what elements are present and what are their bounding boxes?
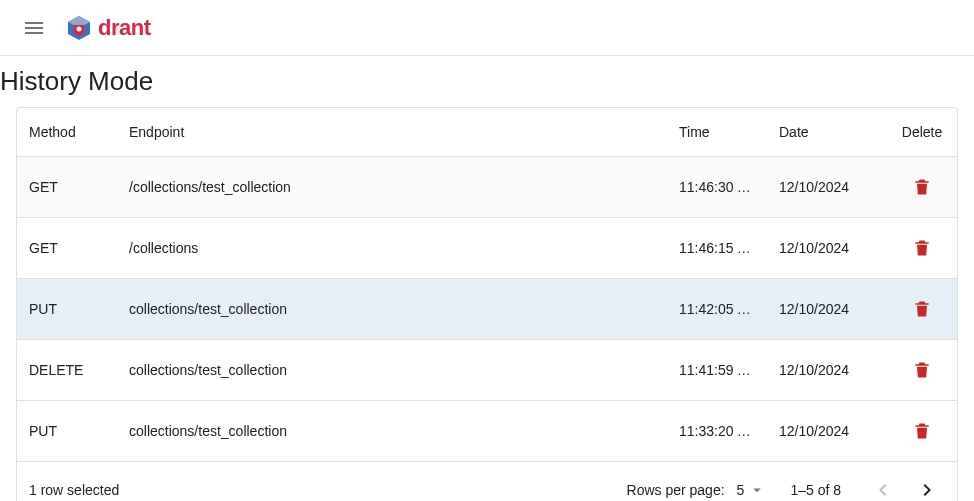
trash-icon [912,360,932,380]
caret-down-icon [748,481,766,499]
history-table-card: Method Endpoint Time Date Delete GET/col… [16,107,958,501]
table-row[interactable]: PUTcollections/test_collection11:42:05 A… [17,279,957,340]
col-header-date[interactable]: Date [767,108,887,157]
cell-delete [887,401,957,462]
pagination-nav [865,472,945,501]
rows-per-page: Rows per page: 5 [627,481,767,499]
delete-row-button[interactable] [908,295,936,323]
menu-button[interactable] [16,10,52,46]
table-header-row: Method Endpoint Time Date Delete [17,108,957,157]
history-table: Method Endpoint Time Date Delete GET/col… [17,108,957,462]
cell-method: DELETE [17,340,117,401]
cell-date: 12/10/2024 [767,218,887,279]
app-bar: drant [0,0,974,56]
trash-icon [912,299,932,319]
col-header-endpoint[interactable]: Endpoint [117,108,667,157]
cell-date: 12/10/2024 [767,157,887,218]
cell-endpoint: collections/test_collection [117,279,667,340]
cell-method: PUT [17,279,117,340]
delete-row-button[interactable] [908,417,936,445]
table-footer: 1 row selected Rows per page: 5 1–5 of 8 [17,462,957,501]
col-header-time[interactable]: Time [667,108,767,157]
next-page-button[interactable] [909,472,945,501]
trash-icon [912,421,932,441]
selection-status: 1 row selected [29,482,119,498]
delete-row-button[interactable] [908,356,936,384]
cell-method: GET [17,157,117,218]
col-header-method[interactable]: Method [17,108,117,157]
table-row[interactable]: GET/collections/test_collection11:46:30 … [17,157,957,218]
chevron-left-icon [871,478,895,501]
delete-row-button[interactable] [908,234,936,262]
delete-row-button[interactable] [908,173,936,201]
cell-endpoint: collections/test_collection [117,401,667,462]
trash-icon [912,177,932,197]
cell-delete [887,218,957,279]
col-header-delete: Delete [887,108,957,157]
table-row[interactable]: PUTcollections/test_collection11:33:20 A… [17,401,957,462]
chevron-right-icon [915,478,939,501]
table-row[interactable]: GET/collections11:46:15 A…12/10/2024 [17,218,957,279]
cell-method: GET [17,218,117,279]
cell-date: 12/10/2024 [767,401,887,462]
cell-date: 12/10/2024 [767,279,887,340]
svg-point-3 [77,26,82,31]
pagination: Rows per page: 5 1–5 of 8 [627,472,945,501]
cell-time: 11:46:30 A… [667,157,767,218]
cell-method: PUT [17,401,117,462]
cell-delete [887,157,957,218]
cell-time: 11:33:20 A… [667,401,767,462]
cell-delete [887,279,957,340]
hamburger-icon [22,16,46,40]
brand-logo[interactable]: drant [66,15,151,41]
cell-time: 11:41:59 A… [667,340,767,401]
cell-time: 11:42:05 A… [667,279,767,340]
prev-page-button[interactable] [865,472,901,501]
cell-date: 12/10/2024 [767,340,887,401]
page-title: History Mode [0,66,974,97]
brand-text: drant [98,15,151,41]
trash-icon [912,238,932,258]
cell-delete [887,340,957,401]
rows-per-page-label: Rows per page: [627,482,725,498]
rows-per-page-value: 5 [737,482,745,498]
cell-endpoint: /collections/test_collection [117,157,667,218]
pagination-range: 1–5 of 8 [790,482,841,498]
rows-per-page-select[interactable]: 5 [737,481,767,499]
table-row[interactable]: DELETEcollections/test_collection11:41:5… [17,340,957,401]
cell-endpoint: collections/test_collection [117,340,667,401]
cell-time: 11:46:15 A… [667,218,767,279]
logo-mark-icon [66,15,92,41]
cell-endpoint: /collections [117,218,667,279]
